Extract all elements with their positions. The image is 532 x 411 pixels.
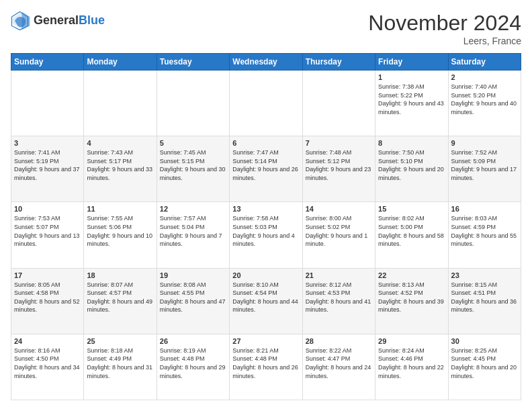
calendar-cell: 6Sunrise: 7:47 AM Sunset: 5:14 PM Daylig… [230,136,302,202]
title-section: November 2024 Leers, France [368,11,521,46]
day-info: Sunrise: 8:19 AM Sunset: 4:48 PM Dayligh… [160,347,226,380]
day-number: 9 [451,139,518,147]
day-number: 20 [232,271,299,279]
month-title: November 2024 [368,11,521,36]
day-number: 6 [232,139,299,147]
day-info: Sunrise: 7:48 AM Sunset: 5:12 PM Dayligh… [306,148,372,182]
day-number: 25 [87,337,153,345]
day-info: Sunrise: 8:03 AM Sunset: 4:59 PM Dayligh… [451,214,518,248]
day-info: Sunrise: 8:07 AM Sunset: 4:57 PM Dayligh… [87,281,153,314]
calendar-cell: 27Sunrise: 8:21 AM Sunset: 4:48 PM Dayli… [230,334,302,400]
col-friday: Friday [375,54,448,71]
day-number: 4 [87,139,153,147]
col-saturday: Saturday [448,54,521,71]
day-info: Sunrise: 8:12 AM Sunset: 4:53 PM Dayligh… [306,281,372,314]
logo-general: General [34,14,79,28]
day-info: Sunrise: 8:18 AM Sunset: 4:49 PM Dayligh… [87,347,153,380]
day-number: 12 [160,205,226,213]
calendar-cell [302,71,375,136]
day-number: 2 [451,73,518,81]
day-number: 19 [160,271,226,279]
day-info: Sunrise: 7:40 AM Sunset: 5:20 PM Dayligh… [451,83,518,116]
day-info: Sunrise: 8:05 AM Sunset: 4:58 PM Dayligh… [14,281,81,314]
day-number: 23 [451,271,518,279]
day-number: 16 [451,205,518,213]
col-sunday: Sunday [11,54,84,71]
calendar-cell: 5Sunrise: 7:45 AM Sunset: 5:15 PM Daylig… [157,136,229,202]
day-number: 26 [160,337,226,345]
day-info: Sunrise: 7:58 AM Sunset: 5:03 PM Dayligh… [232,214,299,248]
day-info: Sunrise: 8:16 AM Sunset: 4:50 PM Dayligh… [14,347,81,380]
calendar-table: Sunday Monday Tuesday Wednesday Thursday… [11,53,521,400]
day-number: 21 [306,271,372,279]
day-info: Sunrise: 7:43 AM Sunset: 5:17 PM Dayligh… [87,148,153,182]
calendar-cell: 26Sunrise: 8:19 AM Sunset: 4:48 PM Dayli… [157,334,229,400]
calendar-cell: 3Sunrise: 7:41 AM Sunset: 5:19 PM Daylig… [11,136,84,202]
day-info: Sunrise: 8:10 AM Sunset: 4:54 PM Dayligh… [232,281,299,314]
location: Leers, France [368,36,521,46]
day-info: Sunrise: 7:52 AM Sunset: 5:09 PM Dayligh… [451,148,518,182]
calendar-cell: 28Sunrise: 8:22 AM Sunset: 4:47 PM Dayli… [302,334,375,400]
day-number: 5 [160,139,226,147]
calendar-cell: 21Sunrise: 8:12 AM Sunset: 4:53 PM Dayli… [302,268,375,334]
day-number: 28 [306,337,372,345]
calendar-week-2: 3Sunrise: 7:41 AM Sunset: 5:19 PM Daylig… [11,136,521,202]
day-number: 29 [378,337,445,345]
day-number: 7 [306,139,372,147]
calendar-cell: 23Sunrise: 8:15 AM Sunset: 4:51 PM Dayli… [448,268,521,334]
day-info: Sunrise: 8:21 AM Sunset: 4:48 PM Dayligh… [232,347,299,380]
calendar-cell: 12Sunrise: 7:57 AM Sunset: 5:04 PM Dayli… [157,202,229,268]
day-info: Sunrise: 7:55 AM Sunset: 5:06 PM Dayligh… [87,214,153,248]
calendar-week-3: 10Sunrise: 7:53 AM Sunset: 5:07 PM Dayli… [11,202,521,268]
calendar-week-1: 1Sunrise: 7:38 AM Sunset: 5:22 PM Daylig… [11,71,521,136]
page: GeneralBlue November 2024 Leers, France … [0,0,532,411]
calendar-cell: 2Sunrise: 7:40 AM Sunset: 5:20 PM Daylig… [448,71,521,136]
col-tuesday: Tuesday [157,54,229,71]
calendar-cell: 14Sunrise: 8:00 AM Sunset: 5:02 PM Dayli… [302,202,375,268]
col-wednesday: Wednesday [230,54,302,71]
calendar-cell: 11Sunrise: 7:55 AM Sunset: 5:06 PM Dayli… [84,202,157,268]
day-number: 1 [378,73,445,81]
day-info: Sunrise: 8:25 AM Sunset: 4:45 PM Dayligh… [451,347,518,380]
calendar-week-5: 24Sunrise: 8:16 AM Sunset: 4:50 PM Dayli… [11,334,521,400]
header: GeneralBlue November 2024 Leers, France [11,11,521,46]
day-info: Sunrise: 7:53 AM Sunset: 5:07 PM Dayligh… [14,214,81,248]
day-number: 24 [14,337,81,345]
day-number: 11 [87,205,153,213]
day-number: 3 [14,139,81,147]
calendar-cell [157,71,229,136]
calendar-cell: 13Sunrise: 7:58 AM Sunset: 5:03 PM Dayli… [230,202,302,268]
calendar-cell: 22Sunrise: 8:13 AM Sunset: 4:52 PM Dayli… [375,268,448,334]
calendar-cell: 18Sunrise: 8:07 AM Sunset: 4:57 PM Dayli… [84,268,157,334]
calendar-cell: 9Sunrise: 7:52 AM Sunset: 5:09 PM Daylig… [448,136,521,202]
calendar-cell: 15Sunrise: 8:02 AM Sunset: 5:00 PM Dayli… [375,202,448,268]
day-info: Sunrise: 7:45 AM Sunset: 5:15 PM Dayligh… [160,148,226,182]
logo-blue: Blue [79,14,105,28]
calendar-cell [84,71,157,136]
day-number: 30 [451,337,518,345]
col-thursday: Thursday [302,54,375,71]
day-info: Sunrise: 8:00 AM Sunset: 5:02 PM Dayligh… [306,214,372,248]
day-info: Sunrise: 7:41 AM Sunset: 5:19 PM Dayligh… [14,148,81,182]
day-number: 27 [232,337,299,345]
col-monday: Monday [84,54,157,71]
day-info: Sunrise: 8:22 AM Sunset: 4:47 PM Dayligh… [306,347,372,380]
calendar-cell: 29Sunrise: 8:24 AM Sunset: 4:46 PM Dayli… [375,334,448,400]
logo-icon [11,11,31,31]
calendar-cell: 7Sunrise: 7:48 AM Sunset: 5:12 PM Daylig… [302,136,375,202]
day-info: Sunrise: 8:02 AM Sunset: 5:00 PM Dayligh… [378,214,445,248]
logo-text: GeneralBlue [34,14,105,28]
calendar-cell: 19Sunrise: 8:08 AM Sunset: 4:55 PM Dayli… [157,268,229,334]
calendar-header-row: Sunday Monday Tuesday Wednesday Thursday… [11,54,521,71]
calendar-cell: 25Sunrise: 8:18 AM Sunset: 4:49 PM Dayli… [84,334,157,400]
calendar-cell [230,71,302,136]
day-number: 22 [378,271,445,279]
calendar-cell: 8Sunrise: 7:50 AM Sunset: 5:10 PM Daylig… [375,136,448,202]
day-info: Sunrise: 8:15 AM Sunset: 4:51 PM Dayligh… [451,281,518,314]
calendar-cell: 4Sunrise: 7:43 AM Sunset: 5:17 PM Daylig… [84,136,157,202]
calendar-cell: 30Sunrise: 8:25 AM Sunset: 4:45 PM Dayli… [448,334,521,400]
day-number: 10 [14,205,81,213]
calendar-cell [11,71,84,136]
day-number: 15 [378,205,445,213]
day-info: Sunrise: 7:57 AM Sunset: 5:04 PM Dayligh… [160,214,226,248]
